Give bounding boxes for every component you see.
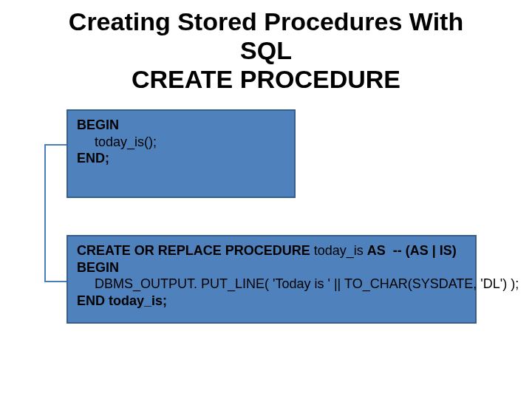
code-keyword: AS -- (AS | IS): [367, 243, 457, 258]
code-line: END today_is;: [77, 293, 167, 308]
procedure-code-block: CREATE OR REPLACE PROCEDURE today_is AS …: [66, 235, 477, 324]
code-line: END;: [77, 151, 109, 166]
code-line: BEGIN: [77, 117, 119, 132]
connector-line: [44, 144, 66, 146]
title-line-2: CREATE PROCEDURE: [132, 65, 400, 93]
connector-line: [44, 144, 46, 281]
code-line: today_is();: [77, 134, 157, 151]
slide-title: Creating Stored Procedures With SQL CREA…: [0, 7, 532, 94]
title-line-1: Creating Stored Procedures With SQL: [69, 7, 463, 64]
code-line: DBMS_OUTPUT. PUT_LINE( 'Today is ' || TO…: [77, 276, 519, 293]
code-line: BEGIN: [77, 260, 119, 275]
code-keyword: CREATE OR REPLACE PROCEDURE: [77, 243, 314, 258]
slide: Creating Stored Procedures With SQL CREA…: [0, 0, 532, 399]
caller-code-block: BEGIN today_is(); END;: [66, 109, 296, 198]
code-ident: today_is: [314, 243, 367, 258]
connector-line: [44, 281, 66, 282]
